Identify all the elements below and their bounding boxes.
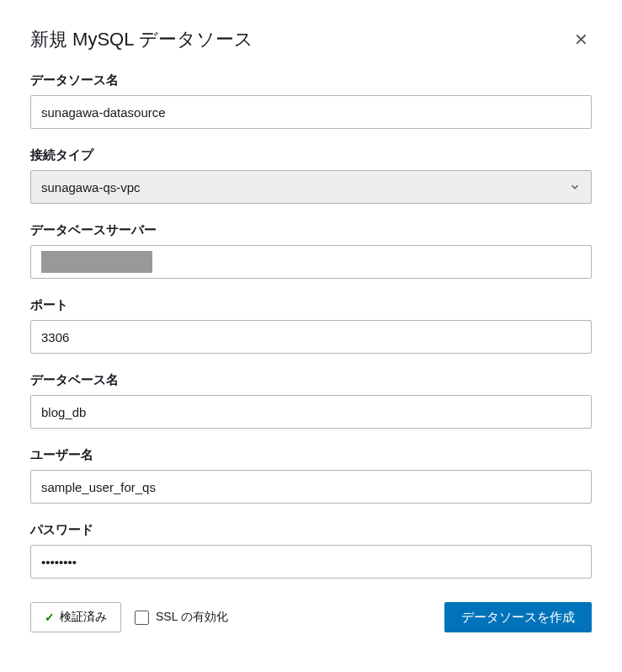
ssl-checkbox[interactable]	[135, 611, 149, 625]
chevron-down-icon	[569, 181, 581, 193]
connection-type-select[interactable]: sunagawa-qs-vpc	[30, 170, 592, 204]
check-icon: ✓	[45, 611, 55, 624]
validated-label: 検証済み	[60, 610, 107, 625]
database-name-group: データベース名	[30, 372, 592, 429]
redacted-value	[41, 251, 152, 273]
database-server-input[interactable]	[30, 245, 592, 279]
datasource-name-group: データソース名	[30, 72, 592, 129]
database-server-label: データベースサーバー	[30, 222, 592, 238]
username-label: ユーザー名	[30, 447, 592, 463]
datasource-name-input[interactable]	[30, 95, 592, 129]
password-label: パスワード	[30, 522, 592, 538]
password-input[interactable]	[30, 545, 592, 579]
dialog-header: 新規 MySQL データソース ✕	[30, 27, 592, 52]
username-input[interactable]	[30, 470, 592, 504]
password-group: パスワード	[30, 522, 592, 579]
database-server-group: データベースサーバー	[30, 222, 592, 279]
create-datasource-button[interactable]: データソースを作成	[444, 602, 592, 632]
database-name-label: データベース名	[30, 372, 592, 388]
username-group: ユーザー名	[30, 447, 592, 504]
port-group: ポート	[30, 297, 592, 354]
port-label: ポート	[30, 297, 592, 313]
dialog-title: 新規 MySQL データソース	[30, 27, 253, 52]
footer-left: ✓ 検証済み SSL の有効化	[30, 602, 228, 632]
connection-type-label: 接続タイプ	[30, 147, 592, 163]
close-button[interactable]: ✕	[571, 28, 592, 51]
connection-type-value: sunagawa-qs-vpc	[41, 180, 141, 195]
port-input[interactable]	[30, 320, 592, 354]
ssl-group: SSL の有効化	[135, 610, 228, 625]
ssl-label: SSL の有効化	[156, 610, 228, 625]
database-name-input[interactable]	[30, 395, 592, 429]
dialog-footer: ✓ 検証済み SSL の有効化 データソースを作成	[30, 602, 592, 632]
connection-type-group: 接続タイプ sunagawa-qs-vpc	[30, 147, 592, 204]
close-icon: ✕	[574, 30, 588, 49]
validated-button[interactable]: ✓ 検証済み	[30, 602, 121, 632]
datasource-name-label: データソース名	[30, 72, 592, 88]
